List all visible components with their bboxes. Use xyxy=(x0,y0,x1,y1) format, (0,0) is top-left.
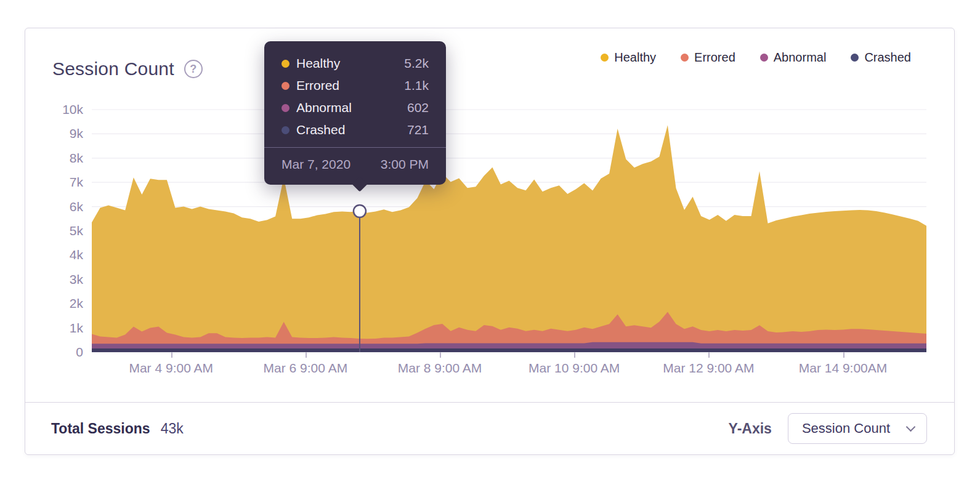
chart-footer: Total Sessions 43k Y-Axis Session Count xyxy=(25,402,954,454)
chevron-down-icon xyxy=(906,422,916,432)
tooltip-dot-icon xyxy=(281,82,290,90)
help-icon[interactable]: ? xyxy=(184,60,203,78)
tooltip-series-value: 602 xyxy=(407,100,429,115)
y-axis-select-value: Session Count xyxy=(802,421,890,437)
legend-item-crashed[interactable]: Crashed xyxy=(851,50,911,65)
area-crashed xyxy=(92,348,926,352)
session-count-chart[interactable] xyxy=(92,110,926,352)
x-tick-label: Mar 8 9:00 AM xyxy=(398,361,482,376)
tooltip-dot-icon xyxy=(281,104,290,112)
legend-label: Crashed xyxy=(864,50,911,65)
chart-tooltip: Healthy5.2kErrored1.1kAbnormal602Crashed… xyxy=(264,41,446,185)
page: Session Count ? HealthyErroredAbnormalCr… xyxy=(0,0,980,487)
y-tick-label: 6k xyxy=(25,199,83,214)
y-tick-label: 0 xyxy=(25,345,83,360)
y-tick-label: 1k xyxy=(25,321,83,336)
tooltip-date: Mar 7, 2020 xyxy=(281,157,350,172)
x-tick-label: Mar 6 9:00 AM xyxy=(264,361,348,376)
tooltip-row-crashed: Crashed721 xyxy=(281,119,429,141)
x-tick-label: Mar 14 9:00AM xyxy=(799,361,888,376)
x-tick-mark xyxy=(306,352,307,358)
tooltip-series-name: Errored xyxy=(296,78,339,93)
total-sessions-value: 43k xyxy=(161,421,184,437)
y-tick-label: 3k xyxy=(25,272,83,287)
tooltip-series-name: Healthy xyxy=(296,56,340,71)
y-tick-label: 4k xyxy=(25,248,83,262)
legend-dot-icon xyxy=(601,54,609,62)
title-row: Session Count ? xyxy=(52,58,203,79)
y-tick-label: 5k xyxy=(25,223,83,238)
legend-item-errored[interactable]: Errored xyxy=(681,50,735,65)
hover-marker[interactable] xyxy=(354,205,366,217)
y-axis-select[interactable]: Session Count xyxy=(788,413,927,444)
x-tick-mark xyxy=(171,352,172,358)
tooltip-time: 3:00 PM xyxy=(381,157,429,172)
y-tick-label: 9k xyxy=(25,126,83,141)
legend-label: Healthy xyxy=(614,50,656,65)
x-tick-mark xyxy=(708,352,710,358)
x-tick-label: Mar 12 9:00 AM xyxy=(663,361,754,376)
y-tick-label: 10k xyxy=(25,102,83,117)
y-tick-label: 7k xyxy=(25,175,83,190)
y-axis-label: Y-Axis xyxy=(729,421,772,437)
tooltip-series-name: Abnormal xyxy=(296,100,352,115)
y-tick-label: 8k xyxy=(25,151,83,166)
tooltip-row-abnormal: Abnormal602 xyxy=(281,97,429,119)
tooltip-series-name: Crashed xyxy=(296,123,345,137)
legend-dot-icon xyxy=(851,54,859,62)
legend-item-abnormal[interactable]: Abnormal xyxy=(760,50,827,65)
legend: HealthyErroredAbnormalCrashed xyxy=(601,50,911,65)
tooltip-dot-icon xyxy=(281,126,290,134)
x-tick-label: Mar 4 9:00 AM xyxy=(129,361,213,376)
tooltip-series-value: 721 xyxy=(407,123,429,137)
session-count-card: Session Count ? HealthyErroredAbnormalCr… xyxy=(25,28,955,455)
area-healthy xyxy=(92,125,926,352)
legend-item-healthy[interactable]: Healthy xyxy=(601,50,656,65)
x-tick-mark xyxy=(440,352,441,358)
tooltip-dot-icon xyxy=(281,60,290,68)
legend-label: Abnormal xyxy=(774,50,827,65)
legend-dot-icon xyxy=(681,54,689,62)
tooltip-row-errored: Errored1.1k xyxy=(281,74,429,97)
tooltip-row-healthy: Healthy5.2k xyxy=(281,52,429,74)
legend-dot-icon xyxy=(760,54,768,62)
legend-label: Errored xyxy=(694,50,735,65)
y-tick-label: 2k xyxy=(25,296,83,311)
total-sessions-label: Total Sessions xyxy=(51,421,150,437)
x-tick-mark xyxy=(843,352,844,358)
tooltip-series-value: 1.1k xyxy=(404,78,429,93)
tooltip-series-value: 5.2k xyxy=(404,56,429,71)
x-tick-mark xyxy=(574,352,575,358)
page-title: Session Count xyxy=(52,58,174,79)
x-tick-label: Mar 10 9:00 AM xyxy=(528,361,620,376)
